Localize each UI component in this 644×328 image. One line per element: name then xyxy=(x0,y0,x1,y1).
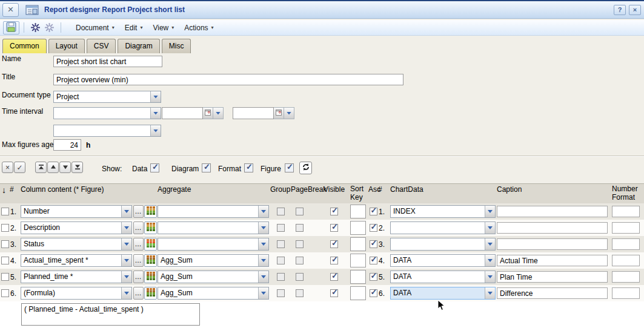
chartdata-select[interactable]: DATA xyxy=(390,287,496,300)
window-close-button[interactable]: × xyxy=(2,3,19,17)
asc-checkbox[interactable] xyxy=(370,240,377,248)
number-format-input[interactable] xyxy=(612,222,640,234)
sort-key-input[interactable] xyxy=(350,270,366,284)
asc-checkbox[interactable] xyxy=(370,289,377,297)
row-select-checkbox[interactable] xyxy=(1,257,9,264)
color-format-button[interactable] xyxy=(144,205,157,218)
caption-input[interactable] xyxy=(497,238,608,250)
menu-actions[interactable]: Actions▾ xyxy=(184,24,213,32)
pagebreak-checkbox[interactable] xyxy=(296,273,304,281)
visible-checkbox[interactable] xyxy=(330,273,338,281)
aggregate-select[interactable]: Agg_Sum xyxy=(158,254,269,267)
tab-layout[interactable]: Layout xyxy=(48,39,85,53)
tab-diagram[interactable]: Diagram xyxy=(118,39,159,53)
number-format-input[interactable] xyxy=(612,271,640,283)
number-format-input[interactable] xyxy=(612,238,640,250)
help-button[interactable]: ? xyxy=(614,5,626,15)
show-diagram-checkbox[interactable] xyxy=(202,163,211,172)
aggregate-select[interactable] xyxy=(158,221,269,234)
group-checkbox[interactable] xyxy=(277,257,285,264)
tab-misc[interactable]: Misc xyxy=(162,39,191,53)
row-select-checkbox[interactable] xyxy=(1,289,9,297)
pagebreak-checkbox[interactable] xyxy=(296,208,304,215)
row-select-checkbox[interactable] xyxy=(1,224,9,232)
menu-view[interactable]: View▾ xyxy=(153,24,174,32)
select-all-button[interactable]: ✓ xyxy=(14,162,25,173)
time-interval-select[interactable] xyxy=(53,107,161,119)
aggregate-select[interactable]: Agg_Sum xyxy=(158,271,269,283)
more-button[interactable]: ... xyxy=(133,221,144,234)
sort-key-input[interactable] xyxy=(350,237,366,251)
sort-key-input[interactable] xyxy=(350,205,366,218)
refresh-button[interactable] xyxy=(299,162,312,174)
chartdata-select[interactable] xyxy=(390,221,496,234)
date-from-dropdown-button[interactable] xyxy=(213,107,224,119)
caption-input[interactable] xyxy=(497,206,608,217)
chartdata-select[interactable] xyxy=(390,238,496,251)
title-input[interactable] xyxy=(53,74,403,85)
calendar-button[interactable] xyxy=(274,107,284,119)
asc-checkbox[interactable] xyxy=(370,208,377,215)
number-format-input[interactable] xyxy=(612,206,640,217)
column-content-select[interactable]: (Formula) xyxy=(21,287,132,300)
date-to-input[interactable] xyxy=(233,107,274,119)
close-button[interactable]: × xyxy=(629,5,641,15)
asc-checkbox[interactable] xyxy=(370,224,377,232)
more-button[interactable]: ... xyxy=(133,238,144,251)
color-format-button[interactable] xyxy=(144,238,157,251)
tab-csv[interactable]: CSV xyxy=(87,39,116,53)
visible-checkbox[interactable] xyxy=(330,208,338,215)
column-content-select[interactable]: Actual_time_spent * xyxy=(21,254,132,267)
color-format-button[interactable] xyxy=(144,271,157,283)
move-to-bottom-button[interactable] xyxy=(71,162,83,173)
time-interval-secondary-select[interactable] xyxy=(53,125,161,137)
row-select-checkbox[interactable] xyxy=(1,240,9,248)
visible-checkbox[interactable] xyxy=(330,224,338,232)
number-format-input[interactable] xyxy=(612,287,640,299)
burst-icon[interactable] xyxy=(30,22,41,33)
sort-key-input[interactable] xyxy=(350,254,366,267)
menu-edit[interactable]: Edit▾ xyxy=(125,24,143,32)
date-from-input[interactable] xyxy=(162,107,203,119)
aggregate-select[interactable] xyxy=(158,205,269,218)
more-button[interactable]: ... xyxy=(133,271,144,283)
pagebreak-checkbox[interactable] xyxy=(296,289,304,297)
group-checkbox[interactable] xyxy=(277,224,285,232)
sort-key-input[interactable] xyxy=(350,286,366,300)
formula-textarea[interactable]: ( Planned_time - Actual_time_spent ) xyxy=(21,303,200,326)
caption-input[interactable] xyxy=(497,271,608,283)
group-checkbox[interactable] xyxy=(277,240,285,248)
menu-document[interactable]: Document▾ xyxy=(76,24,115,32)
visible-checkbox[interactable] xyxy=(330,257,338,264)
chartdata-select[interactable]: DATA xyxy=(390,271,496,283)
caption-input[interactable] xyxy=(497,222,608,234)
number-format-input[interactable] xyxy=(612,255,640,266)
show-figure-checkbox[interactable] xyxy=(285,163,294,172)
column-content-select[interactable]: Planned_time * xyxy=(21,271,132,283)
asc-checkbox[interactable] xyxy=(370,273,377,281)
show-format-checkbox[interactable] xyxy=(244,163,253,172)
group-checkbox[interactable] xyxy=(277,289,285,297)
date-to-dropdown-button[interactable] xyxy=(284,107,294,119)
document-type-select[interactable]: Project xyxy=(53,91,161,103)
column-content-select[interactable]: Number xyxy=(21,205,132,218)
tab-common[interactable]: Common xyxy=(2,39,47,53)
asc-checkbox[interactable] xyxy=(370,257,377,264)
pagebreak-checkbox[interactable] xyxy=(296,257,304,264)
name-input[interactable] xyxy=(53,56,162,67)
caption-input[interactable] xyxy=(497,255,608,266)
caption-input[interactable] xyxy=(497,287,608,299)
sort-key-input[interactable] xyxy=(350,221,366,235)
calendar-button[interactable] xyxy=(203,107,213,119)
color-format-button[interactable] xyxy=(144,287,157,300)
more-button[interactable]: ... xyxy=(133,205,144,218)
group-checkbox[interactable] xyxy=(277,208,285,215)
aggregate-select[interactable] xyxy=(158,238,269,251)
group-checkbox[interactable] xyxy=(277,273,285,281)
color-format-button[interactable] xyxy=(144,254,157,267)
move-to-top-button[interactable] xyxy=(35,162,47,173)
save-button[interactable] xyxy=(3,21,19,34)
pagebreak-checkbox[interactable] xyxy=(296,240,304,248)
pagebreak-checkbox[interactable] xyxy=(296,224,304,232)
row-select-checkbox[interactable] xyxy=(1,273,9,281)
